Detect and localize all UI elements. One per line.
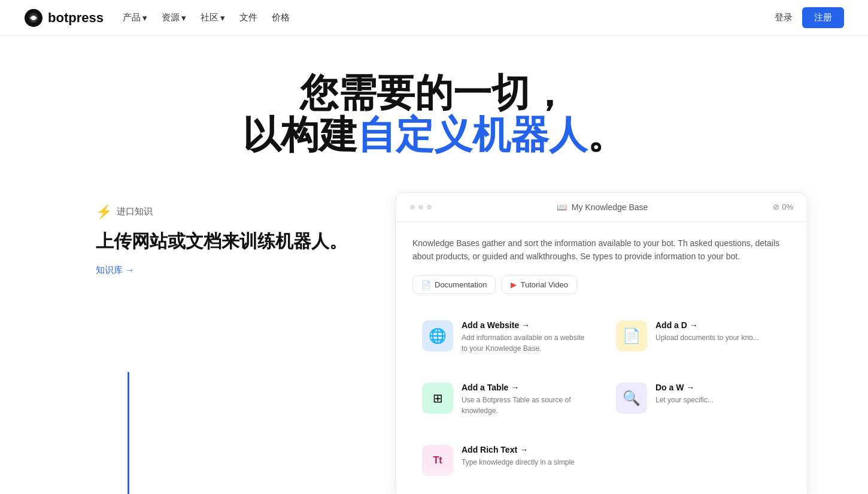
hero-line2: 以构建自定义机器人。	[24, 114, 844, 156]
dot-1	[410, 205, 415, 210]
navbar: botpress 产品 ▾ 资源 ▾ 社区 ▾ 文件 价格 登录 注册	[0, 0, 868, 36]
richtext-item-title: Add Rich Text →	[462, 445, 587, 454]
website-icon-bg: 🌐	[422, 320, 453, 351]
search-icon-bg: 🔍	[616, 383, 647, 414]
dot-3	[427, 205, 432, 210]
hero-prefix: 以构建	[242, 113, 357, 156]
websearch-item-desc: Let your specific...	[655, 395, 781, 405]
book-icon: 📖	[557, 202, 567, 212]
hero-highlight: 自定义机器人	[357, 113, 587, 156]
youtube-icon: ▶	[511, 280, 517, 289]
list-item[interactable]: 🌐 Add a Website → Add information availa…	[412, 311, 597, 363]
richtext-item-desc: Type knowledge directly in a simple	[462, 457, 587, 468]
richtext-item-content: Add Rich Text → Type knowledge directly …	[462, 445, 587, 468]
dot-2	[418, 205, 423, 210]
lightning-icon: ⚡	[96, 204, 112, 220]
badge-text: 进口知识	[117, 206, 153, 217]
logo-icon	[24, 8, 43, 28]
chevron-down-icon: ▾	[220, 13, 225, 23]
progress-icon: ⊘	[773, 202, 779, 211]
hero-title: 您需要的一切， 以构建自定义机器人。	[24, 72, 844, 156]
website-item-title: Add a Website →	[462, 320, 587, 330]
list-item[interactable]: 📄 Add a D → Upload documents to your kno…	[606, 311, 791, 363]
nav-product[interactable]: 产品 ▾	[123, 12, 147, 23]
kb-description: Knowledge Bases gather and sort the info…	[412, 237, 791, 263]
nav-right: 登录 注册	[775, 7, 844, 28]
text-icon: Tt	[433, 455, 442, 466]
kb-header: 📖 My Knowledge Base ⊘ 0%	[396, 193, 808, 222]
svg-point-2	[32, 16, 35, 20]
table-item-content: Add a Table → Use a Botpress Table as so…	[462, 383, 587, 416]
login-button[interactable]: 登录	[775, 12, 793, 23]
websearch-item-title: Do a W →	[655, 383, 781, 392]
nav-logo[interactable]: botpress	[24, 8, 104, 28]
globe-icon: 🌐	[429, 328, 447, 344]
chevron-down-icon: ▾	[181, 13, 186, 23]
video-label: Tutorial Video	[520, 280, 568, 289]
kb-grid: 🌐 Add a Website → Add information availa…	[412, 311, 791, 486]
table-item-desc: Use a Botpress Table as source of knowle…	[462, 395, 587, 416]
kb-dots	[410, 205, 432, 210]
docs-icon: 📄	[421, 280, 431, 289]
list-item[interactable]: 🔍 Do a W → Let your specific...	[606, 373, 791, 426]
nav-community[interactable]: 社区 ▾	[201, 12, 225, 23]
kb-title-area: 📖 My Knowledge Base	[557, 202, 648, 212]
section-left: ⚡ 进口知识 上传网站或文档来训练机器人。 知识库 →	[96, 192, 347, 276]
nav-left: botpress 产品 ▾ 资源 ▾ 社区 ▾ 文件 价格	[24, 8, 290, 28]
list-item[interactable]: ⊞ Add a Table → Use a Botpress Table as …	[412, 373, 597, 426]
logo-text: botpress	[48, 10, 104, 26]
doc-icon-bg: 📄	[616, 320, 647, 351]
section-badge: ⚡ 进口知识	[96, 204, 347, 220]
nav-pricing[interactable]: 价格	[272, 12, 290, 23]
hero-line1: 您需要的一切，	[24, 72, 844, 114]
websearch-item-content: Do a W → Let your specific...	[655, 383, 781, 405]
knowledge-base-link[interactable]: 知识库 →	[96, 265, 347, 276]
table-icon-bg: ⊞	[422, 383, 453, 414]
kb-card: 📖 My Knowledge Base ⊘ 0% Knowledge Bases…	[395, 192, 808, 494]
hero-section: 您需要的一切， 以构建自定义机器人。	[0, 36, 868, 180]
chevron-down-icon: ▾	[142, 13, 147, 23]
main-section: ⚡ 进口知识 上传网站或文档来训练机器人。 知识库 → 📖 My Knowled…	[0, 180, 868, 494]
docs-button[interactable]: 📄 Documentation	[412, 275, 496, 294]
doc-item-title: Add a D →	[655, 320, 781, 330]
nav-resources[interactable]: 资源 ▾	[162, 12, 186, 23]
table-icon: ⊞	[433, 391, 443, 405]
nav-links: 产品 ▾ 资源 ▾ 社区 ▾ 文件 价格	[123, 12, 290, 23]
table-item-title: Add a Table →	[462, 383, 587, 392]
hero-suffix: 。	[587, 113, 626, 156]
doc-item-desc: Upload documents to your kno...	[655, 332, 781, 343]
video-button[interactable]: ▶ Tutorial Video	[502, 275, 577, 294]
nav-docs[interactable]: 文件	[239, 12, 257, 23]
doc-item-content: Add a D → Upload documents to your kno..…	[655, 320, 781, 343]
progress-value: 0%	[782, 202, 793, 211]
search-icon: 🔍	[623, 390, 641, 407]
signup-button[interactable]: 注册	[802, 7, 844, 28]
kb-body: Knowledge Bases gather and sort the info…	[396, 222, 808, 494]
section-title: 上传网站或文档来训练机器人。	[96, 229, 347, 253]
kb-title: My Knowledge Base	[572, 202, 648, 212]
kb-actions: 📄 Documentation ▶ Tutorial Video	[412, 275, 791, 294]
website-item-desc: Add information available on a website t…	[462, 332, 587, 354]
docs-label: Documentation	[435, 280, 487, 289]
list-item[interactable]: Tt Add Rich Text → Type knowledge direct…	[412, 435, 597, 486]
kb-progress: ⊘ 0%	[773, 202, 793, 211]
richtext-icon-bg: Tt	[422, 445, 453, 476]
website-item-content: Add a Website → Add information availabl…	[462, 320, 587, 354]
document-icon: 📄	[623, 328, 641, 344]
vertical-line	[128, 372, 129, 494]
